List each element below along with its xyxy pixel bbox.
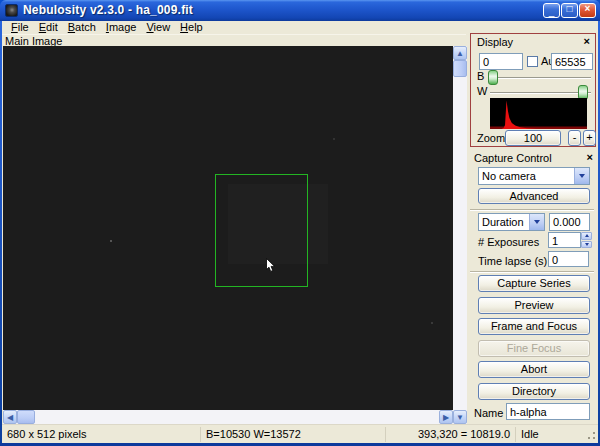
white-level-input[interactable]: 65535 <box>551 53 593 70</box>
black-level-input[interactable]: 0 <box>479 53 523 70</box>
arrow-down-icon <box>585 243 589 246</box>
status-bw-levels: B=10530 W=13572 <box>200 427 385 442</box>
menu-file[interactable]: File <box>6 21 34 34</box>
exposures-stepper[interactable] <box>581 232 592 248</box>
menu-view[interactable]: View <box>141 21 175 34</box>
window-title: Nebulosity v2.3.0 - ha_009.fit <box>23 3 193 17</box>
display-panel-close-icon[interactable]: × <box>584 35 590 47</box>
camera-select[interactable]: No camera <box>478 167 590 185</box>
arrow-left-icon: ◀ <box>7 413 13 422</box>
status-image-dimensions: 680 x 512 pixels <box>2 427 200 442</box>
display-panel-title: Display <box>477 36 513 48</box>
frame-and-focus-button[interactable]: Frame and Focus <box>478 318 590 335</box>
menu-help[interactable]: Help <box>175 21 208 34</box>
duration-select[interactable]: Duration <box>478 213 545 231</box>
section-divider <box>470 271 594 273</box>
arrow-up-icon <box>585 234 589 237</box>
arrow-up-icon: ▲ <box>456 49 464 58</box>
vertical-scrollbar[interactable]: ▲ ▼ <box>453 46 467 424</box>
faint-star <box>431 322 433 324</box>
mouse-cursor <box>266 258 276 273</box>
camera-select-value: No camera <box>482 169 536 183</box>
close-icon: × <box>580 3 595 15</box>
faint-star <box>110 240 112 242</box>
vertical-scroll-thumb[interactable] <box>453 60 467 77</box>
intensity-histogram <box>490 98 587 129</box>
window-body: File Edit Batch Image View Help Main Ima… <box>2 21 598 443</box>
timelapse-input[interactable]: 0 <box>548 251 589 267</box>
white-slider-label: W <box>477 85 487 97</box>
camera-select-dropdown[interactable] <box>574 168 589 184</box>
minimize-button[interactable]: _ <box>543 3 560 18</box>
status-state: Idle <box>515 427 575 442</box>
black-slider-thumb[interactable] <box>488 70 498 85</box>
stepper-up-button[interactable] <box>581 232 592 240</box>
zoom-out-button[interactable]: - <box>568 130 581 146</box>
minimize-icon: _ <box>544 6 559 18</box>
duration-select-value: Duration <box>482 215 524 229</box>
menu-image[interactable]: Image <box>101 21 142 34</box>
duration-select-dropdown[interactable] <box>529 214 544 230</box>
capture-control-panel: Capture Control × No camera Advanced Dur… <box>468 150 598 424</box>
exposures-label: # Exposures <box>478 236 539 248</box>
abort-button[interactable]: Abort <box>478 361 590 378</box>
scroll-right-button[interactable]: ▶ <box>439 410 453 424</box>
scroll-down-button[interactable]: ▼ <box>453 410 467 424</box>
advanced-button[interactable]: Advanced <box>478 188 590 204</box>
arrow-down-icon: ▼ <box>456 413 464 422</box>
status-pixel-readout: 393,320 = 10819.0 <box>385 427 515 442</box>
maximize-icon: □ <box>562 3 577 15</box>
section-divider <box>470 209 594 211</box>
timelapse-label: Time lapse (s) <box>478 255 547 267</box>
main-image-caption: Main Image <box>2 34 466 46</box>
app-icon <box>5 4 18 17</box>
faint-star <box>333 138 335 140</box>
capture-panel-title: Capture Control <box>474 152 552 164</box>
name-label: Name <box>474 407 503 419</box>
exposures-input[interactable]: 1 <box>548 232 581 248</box>
duration-input[interactable]: 0.000 <box>549 213 590 231</box>
fine-focus-button: Fine Focus <box>478 340 590 357</box>
chevron-down-icon <box>534 220 540 224</box>
status-bar: 680 x 512 pixels B=10530 W=13572 393,320… <box>2 424 598 443</box>
directory-button[interactable]: Directory <box>478 383 590 400</box>
scroll-left-button[interactable]: ◀ <box>3 410 17 424</box>
maximize-button[interactable]: □ <box>561 3 578 18</box>
scroll-up-button[interactable]: ▲ <box>453 46 467 60</box>
menu-batch[interactable]: Batch <box>63 21 101 34</box>
right-panel: Display × 0 Auto 65535 B W Z <box>468 33 598 424</box>
zoom-label: Zoom <box>477 132 505 144</box>
black-slider-track[interactable] <box>490 77 591 79</box>
white-slider-track[interactable] <box>490 92 591 94</box>
zoom-in-button[interactable]: + <box>583 130 596 146</box>
resize-grip-icon[interactable] <box>584 428 596 440</box>
menu-edit[interactable]: Edit <box>34 21 63 34</box>
horizontal-scrollbar[interactable]: ◀ ▶ <box>3 410 453 424</box>
black-slider-label: B <box>477 70 484 82</box>
frame-selection-rectangle <box>215 174 308 287</box>
close-button[interactable]: × <box>579 3 596 18</box>
display-panel: Display × 0 Auto 65535 B W Z <box>470 33 596 147</box>
name-input[interactable]: h-alpha <box>506 403 590 420</box>
horizontal-scroll-thumb[interactable] <box>17 410 35 424</box>
arrow-right-icon: ▶ <box>443 413 449 422</box>
capture-series-button[interactable]: Capture Series <box>478 275 590 292</box>
preview-button[interactable]: Preview <box>478 297 590 314</box>
image-viewport[interactable] <box>3 46 453 410</box>
app-window: Nebulosity v2.3.0 - ha_009.fit _ □ × Fil… <box>0 0 600 446</box>
auto-stretch-checkbox[interactable] <box>527 56 538 67</box>
window-border <box>0 21 2 446</box>
title-bar[interactable]: Nebulosity v2.3.0 - ha_009.fit _ □ × <box>0 0 600 21</box>
capture-panel-close-icon[interactable]: × <box>587 151 593 163</box>
zoom-level-button[interactable]: 100 <box>505 130 561 146</box>
stepper-down-button[interactable] <box>581 241 592 249</box>
chevron-down-icon <box>579 174 585 178</box>
